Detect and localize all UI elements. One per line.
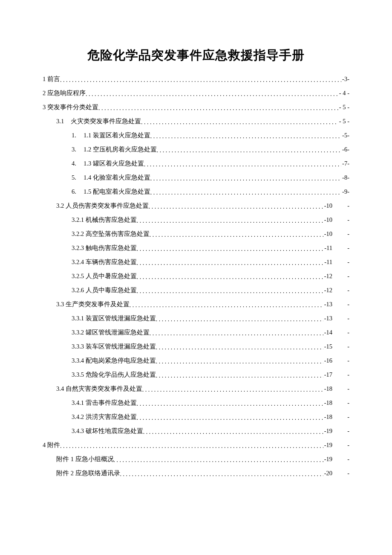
toc-entry: 5.1.4 化验室着火应急处置 -8-	[43, 174, 349, 181]
toc-entry-label: 3.3.3 装车区管线泄漏应急处置	[72, 343, 156, 350]
toc-entry-page: -16	[323, 357, 332, 364]
toc-entry: 1 前言 -3-	[43, 76, 349, 82]
toc-entry: 4.1.3 罐区着火应急处置 -7-	[43, 160, 349, 167]
toc-entry-page: -6-	[341, 146, 349, 153]
toc-entry-trail: -	[332, 329, 349, 336]
toc-entry-label: 3.3 生产类突发事件及处置	[56, 301, 130, 308]
toc-entry: 附件 2 应急联络通讯录 -20-	[43, 470, 349, 477]
toc-entry-page: -10	[323, 203, 332, 209]
toc-entry: 3.4.1 雷击事件应急处置 -18-	[43, 400, 349, 406]
toc-leader-dots	[150, 134, 341, 139]
toc-entry-page: -8-	[341, 174, 349, 181]
toc-leader-dots	[60, 77, 341, 83]
toc-leader-dots	[150, 190, 341, 196]
toc-entry-trail: -	[332, 287, 349, 293]
toc-entry: 4 附件 -19-	[43, 442, 349, 448]
toc-entry-page: -20	[323, 470, 332, 477]
toc-entry-label: 3.2.3 触电伤害应急处置	[72, 245, 137, 251]
toc-entry-page: -18	[323, 414, 332, 420]
toc-entry: 2 应急响应程序 - 4 -	[43, 90, 349, 96]
toc-entry-page: -13	[323, 315, 332, 322]
toc-leader-dots	[150, 176, 341, 182]
toc-entry-trail: -	[332, 217, 349, 223]
toc-entry: 3.2.1 机械伤害应急处置 -10-	[43, 217, 349, 223]
toc-entry: 3.4 自然灾害类突发事件及处置 -18-	[43, 386, 349, 392]
toc-entry-label: 3.2.2 高空坠落伤害应急处置	[72, 231, 150, 237]
document-page: 危险化学品突发事件应急救援指导手册 1 前言 -3-2 应急响应程序 - 4 -…	[0, 0, 392, 555]
toc-entry-trail: -	[332, 245, 349, 251]
toc-leader-dots	[142, 387, 323, 393]
toc-entry: 3.2.6 人员中毒应急处置 -12-	[43, 287, 349, 293]
toc-leader-dots	[141, 119, 338, 125]
toc-leader-dots	[137, 274, 323, 280]
toc-entry: 3.2.2 高空坠落伤害应急处置 -10-	[43, 231, 349, 237]
toc-entry-page: -11	[323, 259, 332, 265]
toc-entry-label: 3.2.1 机械伤害应急处置	[72, 217, 137, 223]
toc-leader-dots	[130, 302, 323, 308]
toc-leader-dots	[144, 162, 341, 168]
toc-entry-trail: -	[332, 231, 349, 237]
toc-entry: 3.4.2 洪涝灾害应急处置 -18-	[43, 414, 349, 420]
toc-entry: 3 突发事件分类处置 - 5 -	[43, 104, 349, 110]
toc-entry: 3.4.3 破坏性地震应急处置 -19-	[43, 428, 349, 434]
toc-entry-trail: -	[332, 428, 349, 434]
toc-entry-page: -11	[323, 245, 332, 251]
toc-entry-label: 1.2 空压机房着火应急处置	[84, 146, 157, 153]
toc-entry-label: 3.2 人员伤害类突发事件应急处置	[56, 203, 149, 209]
toc-entry: 3.1火灾类突发事件应急处置 - 5 -	[43, 118, 349, 125]
toc-entry-page: - 5 -	[338, 118, 349, 125]
toc-leader-dots	[150, 232, 323, 238]
toc-entry-page: -13	[323, 301, 332, 308]
toc-entry: 3.2 人员伤害类突发事件应急处置 -10-	[43, 203, 349, 209]
toc-entry-trail: -	[332, 343, 349, 350]
toc-leader-dots	[137, 218, 323, 224]
toc-entry-label: 3.3.2 罐区管线泄漏应急处置	[72, 329, 150, 336]
toc-entry-page: - 5 -	[338, 104, 349, 110]
toc-entry-label: 附件 1 应急小组概况	[56, 456, 114, 462]
toc-leader-dots	[137, 415, 323, 421]
toc-entry-trail: -	[332, 372, 349, 378]
toc-entry-number: 6.	[72, 189, 84, 195]
toc-entry-page: -5-	[341, 132, 349, 139]
toc-entry-page: -15	[323, 343, 332, 350]
toc-entry: 3.2.5 人员中暑应急处置 -12-	[43, 273, 349, 279]
toc-entry-page: -12	[323, 287, 332, 293]
toc-entry-label: 3.2.5 人员中暑应急处置	[72, 273, 137, 279]
toc-entry-number: 5.	[72, 174, 84, 181]
toc-entry-trail: -	[332, 259, 349, 265]
toc-leader-dots	[156, 359, 323, 365]
toc-leader-dots	[60, 443, 323, 449]
toc-entry-number: 1.	[72, 132, 84, 139]
toc-entry: 3.3.4 配电岗紧急停电应急处置 -16-	[43, 357, 349, 364]
toc-entry: 3.3.1 装置区管线泄漏应急处置 -13-	[43, 315, 349, 322]
toc-leader-dots	[156, 317, 323, 323]
toc-entry-page: -3-	[341, 76, 349, 82]
toc-entry: 3.3.3 装车区管线泄漏应急处置 -15-	[43, 343, 349, 350]
toc-entry-trail: -	[332, 301, 349, 308]
toc-leader-dots	[137, 246, 324, 252]
toc-entry-trail: -	[332, 456, 349, 462]
toc-leader-dots	[120, 471, 323, 477]
toc-entry-label: 3.4.3 破坏性地震应急处置	[72, 428, 143, 434]
toc-leader-dots	[98, 105, 338, 111]
toc-entry-trail: -	[332, 203, 349, 209]
toc-leader-dots	[137, 260, 324, 266]
toc-entry-label: 1.4 化验室着火应急处置	[84, 174, 150, 181]
toc-entry-label: 4 附件	[43, 442, 60, 448]
toc-leader-dots	[149, 204, 323, 210]
toc-entry-label: 附件 2 应急联络通讯录	[56, 470, 120, 477]
toc-leader-dots	[150, 331, 323, 337]
toc-entry-trail: -	[332, 386, 349, 392]
toc-entry-label: 3.4.1 雷击事件应急处置	[72, 400, 137, 406]
toc-entry-label: 3.2.4 车辆伤害应急处置	[72, 259, 137, 265]
toc-entry: 6.1.5 配电室着火应急处置 -9-	[43, 189, 349, 195]
toc-entry-page: -19	[323, 456, 332, 462]
toc-entry-trail: -	[332, 470, 349, 477]
toc-entry-label: 3 突发事件分类处置	[43, 104, 98, 110]
toc-entry-page: -7-	[341, 160, 349, 167]
toc-entry-trail: -	[332, 414, 349, 420]
document-title: 危险化学品突发事件应急救援指导手册	[43, 47, 349, 64]
toc-entry-trail: -	[332, 315, 349, 322]
toc-entry-label: 3.4 自然灾害类突发事件及处置	[56, 386, 142, 392]
toc-entry-trail: -	[332, 400, 349, 406]
